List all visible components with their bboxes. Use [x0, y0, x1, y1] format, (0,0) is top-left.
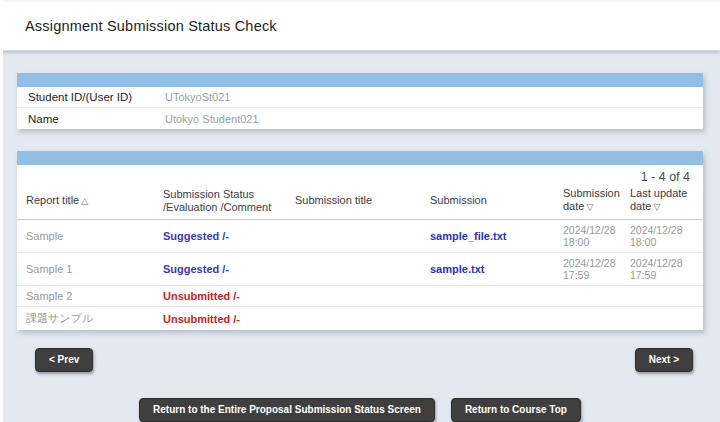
student-name-row: Name Utokyo Student021 — [17, 108, 703, 129]
last-update-date-cell: 2024/12/28 18:00 — [630, 224, 697, 248]
table-row: Sample 2 Unsubmitted /- — [17, 286, 703, 307]
submission-status-text: Unsubmitted /- — [163, 290, 295, 302]
pagination-info: 1 - 4 of 4 — [17, 165, 703, 184]
report-title: Sample 2 — [26, 290, 163, 302]
column-header-status: Submission Status /Evaluation /Comment — [163, 188, 295, 214]
column-header-submission-date[interactable]: Submission date▽ — [563, 187, 630, 214]
submission-file-link[interactable]: sample_file.txt — [430, 230, 563, 242]
panel-header-bar — [17, 73, 703, 87]
table-row: Sample Suggested /- sample_file.txt 2024… — [17, 220, 703, 253]
report-title: Sample 1 — [26, 263, 163, 275]
column-header-report-title[interactable]: Report title△ — [26, 194, 163, 208]
student-id-value: UTokyoSt021 — [165, 91, 230, 103]
footer-buttons-row: Return to the Entire Proposal Submission… — [0, 398, 720, 422]
submission-status-link[interactable]: Suggested /- — [163, 230, 295, 242]
student-info-panel: Student ID/(User ID) UTokyoSt021 Name Ut… — [17, 73, 703, 129]
prev-page-button[interactable]: < Prev — [35, 348, 93, 372]
table-row: Sample 1 Suggested /- sample.txt 2024/12… — [17, 253, 703, 286]
student-name-label: Name — [28, 113, 165, 125]
student-id-label: Student ID/(User ID) — [28, 91, 165, 103]
table-row: 課題サンプル Unsubmitted /- — [17, 307, 703, 330]
submission-status-text: Unsubmitted /- — [163, 313, 295, 325]
results-table-header: Report title△ Submission Status /Evaluat… — [17, 184, 703, 220]
page-left-edge — [0, 0, 3, 422]
page-title: Assignment Submission Status Check — [25, 18, 277, 34]
column-header-submission-title: Submission title — [295, 194, 430, 207]
submission-date-cell: 2024/12/28 17:59 — [563, 257, 630, 281]
last-update-date-cell: 2024/12/28 17:59 — [630, 257, 697, 281]
student-id-row: Student ID/(User ID) UTokyoSt021 — [17, 87, 703, 108]
submission-file-link[interactable]: sample.txt — [430, 263, 563, 275]
return-course-top-button[interactable]: Return to Course Top — [451, 398, 581, 422]
submission-status-link[interactable]: Suggested /- — [163, 263, 295, 275]
report-title: 課題サンプル — [26, 311, 163, 326]
sort-desc-icon[interactable]: ▽ — [586, 202, 593, 212]
return-status-screen-button[interactable]: Return to the Entire Proposal Submission… — [139, 398, 435, 422]
column-header-submission: Submission — [430, 194, 563, 207]
panel-header-bar — [17, 151, 703, 165]
sort-asc-icon[interactable]: △ — [81, 196, 88, 206]
submission-date-cell: 2024/12/28 18:00 — [563, 224, 630, 248]
sort-desc-icon[interactable]: ▽ — [653, 202, 660, 212]
page-header: Assignment Submission Status Check — [0, 0, 720, 51]
assignment-results-panel: 1 - 4 of 4 Report title△ Submission Stat… — [17, 151, 703, 330]
next-page-button[interactable]: Next > — [635, 348, 693, 372]
report-title: Sample — [26, 230, 163, 242]
column-header-last-update-date[interactable]: Last update date▽ — [630, 187, 697, 214]
student-name-value: Utokyo Student021 — [165, 113, 259, 125]
pager-row: < Prev Next > — [35, 348, 693, 372]
